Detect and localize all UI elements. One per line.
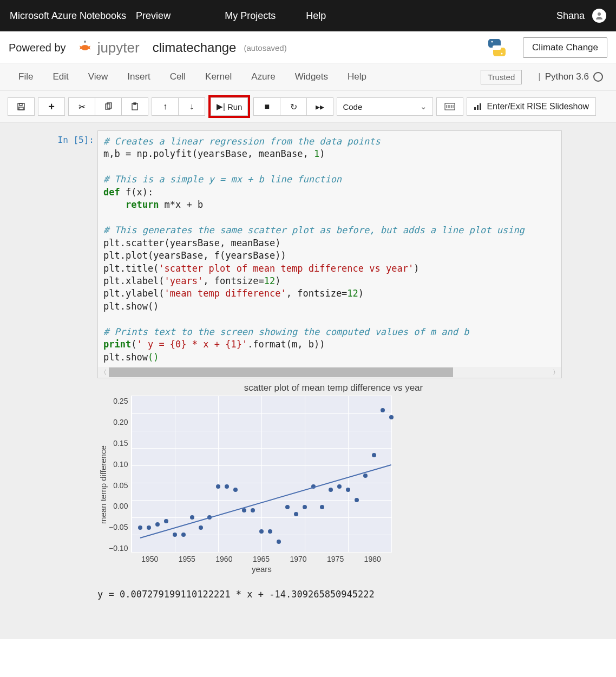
jupyter-text: jupyter [97, 40, 140, 56]
toolbar: + ✂ ↑ ↓ ▶|Run ■ ↻ ▸▸ Code ⌄ Enter/Exit R… [0, 91, 616, 123]
notebook-area: In [5]: # Creates a linear regression fr… [0, 123, 616, 639]
run-label: Run [227, 102, 243, 111]
menu-edit[interactable]: Edit [43, 68, 78, 86]
menu-kernel[interactable]: Kernel [195, 68, 241, 86]
stdout-text: y = 0.007279199110122221 * x + -14.30926… [97, 589, 569, 600]
svg-rect-10 [134, 103, 136, 104]
run-button[interactable]: ▶|Run [211, 97, 248, 116]
azure-topbar: Microsoft Azure Notebooks Preview My Pro… [0, 0, 616, 31]
chart-xlabel: years [131, 564, 392, 574]
topnav: My Projects Help [225, 10, 556, 22]
horizontal-scrollbar[interactable]: 〈 〉 [98, 367, 561, 378]
restart-button[interactable]: ↻ [280, 97, 307, 116]
svg-point-2 [492, 41, 493, 43]
jupyter-logo[interactable]: jupyter [77, 40, 140, 56]
restart-run-all-button[interactable]: ▸▸ [307, 97, 333, 116]
command-palette-button[interactable] [436, 97, 463, 116]
paste-button[interactable] [122, 97, 148, 116]
kernel-indicator[interactable]: | Python 3.6 [538, 71, 603, 82]
barchart-icon [474, 103, 482, 110]
menu-view[interactable]: View [78, 68, 118, 86]
rise-button[interactable]: Enter/Exit RISE Slideshow [467, 97, 596, 116]
code-editor[interactable]: # Creates a linear regression from the d… [98, 131, 561, 367]
menu-file[interactable]: File [9, 68, 43, 86]
svg-rect-19 [480, 103, 481, 110]
autosaved-label: (autosaved) [244, 43, 286, 52]
cell-prompt: In [5]: [51, 130, 97, 378]
svg-point-0 [598, 12, 601, 16]
menubar: File Edit View Insert Cell Kernel Azure … [0, 63, 616, 91]
chart-yaxis: 0.250.200.150.100.050.00−0.05−0.10 [109, 396, 131, 554]
brand-label: Microsoft Azure Notebooks [10, 10, 126, 22]
menu-widgets[interactable]: Widgets [285, 68, 338, 86]
chart-title: scatter plot of mean temp difference vs … [97, 383, 569, 393]
svg-point-1 [84, 41, 86, 43]
move-up-button[interactable]: ↑ [152, 97, 179, 116]
svg-rect-18 [477, 105, 479, 110]
run-icon: ▶| [217, 102, 225, 111]
svg-point-3 [501, 53, 503, 55]
nav-help[interactable]: Help [306, 10, 326, 22]
trusted-badge[interactable]: Trusted [481, 70, 522, 84]
svg-rect-5 [19, 103, 22, 106]
rise-label: Enter/Exit RISE Slideshow [487, 102, 589, 111]
chart: mean temp difference 0.250.200.150.100.0… [97, 396, 569, 574]
kernel-badge[interactable]: Climate Change [523, 37, 607, 58]
powered-by-label: Powered by [9, 42, 66, 54]
kernel-idle-icon [593, 72, 603, 82]
cell-input[interactable]: # Creates a linear regression from the d… [97, 130, 562, 378]
menu-insert[interactable]: Insert [117, 68, 160, 86]
user-name: Shana [556, 10, 585, 22]
svg-rect-6 [19, 107, 23, 110]
python-logo-icon [486, 37, 508, 58]
scroll-right-icon[interactable]: 〉 [551, 368, 561, 377]
celltype-select[interactable]: Code ⌄ [337, 97, 433, 116]
user-area[interactable]: Shana [556, 9, 606, 23]
menu-help[interactable]: Help [338, 68, 376, 86]
chart-ylabel: mean temp difference [97, 396, 109, 574]
celltype-value: Code [343, 102, 362, 111]
chevron-down-icon: ⌄ [420, 102, 427, 111]
scroll-left-icon[interactable]: 〈 [98, 368, 109, 377]
chart-plot-area [131, 396, 392, 553]
notebook-name[interactable]: climatechange [153, 40, 237, 55]
add-cell-button[interactable]: + [38, 97, 65, 116]
menu-cell[interactable]: Cell [160, 68, 195, 86]
move-down-button[interactable]: ↓ [179, 97, 205, 116]
menu-azure[interactable]: Azure [241, 68, 285, 86]
preview-label[interactable]: Preview [136, 10, 171, 22]
copy-button[interactable] [95, 97, 122, 116]
cut-button[interactable]: ✂ [68, 97, 95, 116]
svg-rect-17 [474, 107, 476, 110]
jupyter-header: Powered by jupyter climatechange (autosa… [0, 31, 616, 63]
run-button-highlight: ▶|Run [208, 95, 250, 118]
code-cell[interactable]: In [5]: # Creates a linear regression fr… [8, 130, 608, 378]
interrupt-button[interactable]: ■ [253, 97, 280, 116]
nav-my-projects[interactable]: My Projects [225, 10, 276, 22]
cell-output: scatter plot of mean temp difference vs … [97, 383, 569, 600]
chart-xaxis: 1950195519601965197019751980 [131, 553, 391, 563]
kernel-name-label: Python 3.6 [545, 71, 589, 82]
scrollbar-thumb[interactable] [109, 367, 453, 377]
save-button[interactable] [8, 97, 35, 116]
avatar-icon[interactable] [592, 9, 606, 23]
